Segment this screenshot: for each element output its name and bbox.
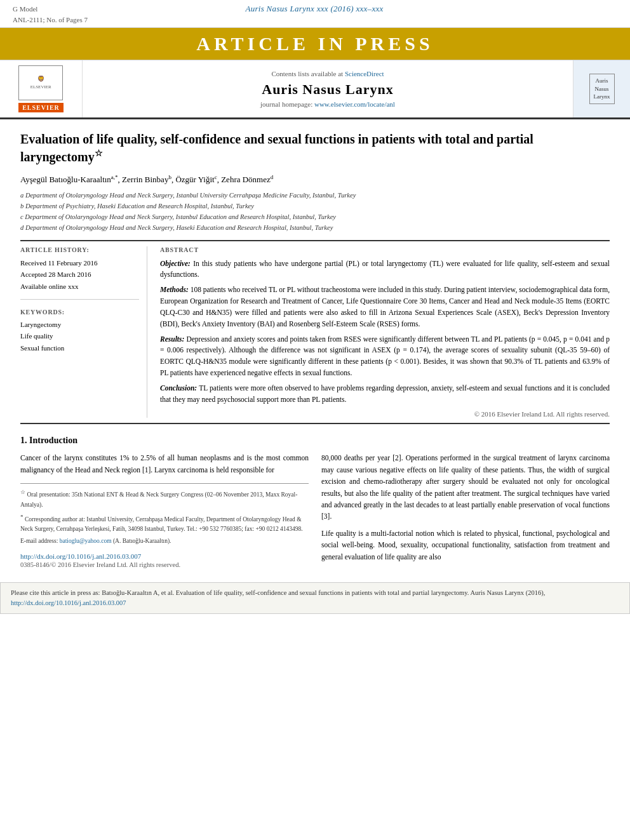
logo-line-1: Auris — [594, 77, 610, 85]
aip-banner: ARTICLE IN PRESS — [0, 28, 630, 60]
methods-text: 108 patients who received TL or PL witho… — [160, 286, 610, 327]
intro-two-col: Cancer of the larynx constitutes 1% to 2… — [20, 452, 610, 568]
email-name: (A. Batıoğlu-Karaaltın). — [113, 538, 171, 544]
email-link[interactable]: batioglu@yahoo.com — [60, 538, 112, 544]
journal-link[interactable]: Auris Nasus Larynx xxx (2016) xxx–xxx — [245, 4, 383, 14]
intro-col1-p1: Cancer of the larynx constitutes 1% to 2… — [20, 452, 309, 476]
keywords-label: Keywords: — [20, 309, 139, 316]
elsevier-brand: ELSEVIER — [18, 103, 64, 112]
abstract-conclusion: Conclusion: TL patients were more often … — [160, 383, 610, 406]
corresponding-note-text: Corresponding author at: Istanbul Univer… — [20, 516, 303, 532]
page: G Model ANL-2111; No. of Pages 7 Auris N… — [0, 0, 630, 840]
journal-homepage-link[interactable]: www.elsevier.com/locate/anl — [314, 100, 395, 108]
author-d-sup: d — [271, 174, 274, 180]
header-left: G Model ANL-2111; No. of Pages 7 — [13, 4, 88, 25]
journal-link-text: Auris Nasus Larynx xxx (2016) xxx–xxx — [245, 4, 383, 13]
keyword-2: Life quality — [20, 330, 139, 342]
author-d: , Zehra Dönmez — [217, 175, 271, 184]
accepted-date: Accepted 28 March 2016 — [20, 269, 139, 281]
footnote-star: ☆ Oral presentation: 35th National ENT &… — [20, 488, 309, 510]
intro-col-right: 80,000 deaths per year [2]. Operations p… — [321, 452, 610, 568]
keyword-3: Sexual function — [20, 342, 139, 354]
issn-line: 0385-8146/© 2016 Elsevier Ireland Ltd. A… — [20, 561, 309, 568]
intro-col1-p1-text: Cancer of the larynx constitutes 1% to 2… — [20, 454, 309, 473]
conclusion-text: TL patients were more often observed to … — [160, 384, 610, 403]
objective-text: In this study patients who have undergon… — [160, 260, 610, 279]
article-title: Evaluation of life quality, self-confide… — [20, 131, 610, 166]
journal-code-label: ANL-2111; No. of Pages 7 — [13, 16, 88, 23]
author-a: Ayşegül Batıoğlu-Karaaltın — [20, 175, 111, 184]
available-date: Available online xxx — [20, 281, 139, 293]
main-content: Evaluation of life quality, self-confide… — [0, 119, 630, 576]
journal-title: Auris Nasus Larynx — [262, 81, 393, 98]
citation-text: Please cite this article in press as: Ba… — [11, 589, 545, 596]
abstract-text: Objective: In this study patients who ha… — [160, 258, 610, 406]
doi-section: http://dx.doi.org/10.1016/j.anl.2016.03.… — [20, 552, 309, 560]
article-history: Article history: Received 11 February 20… — [20, 246, 139, 293]
intro-col2-p1-text: 80,000 deaths per year [2]. Operations p… — [321, 454, 610, 520]
citation-bar: Please cite this article in press as: Ba… — [0, 582, 630, 614]
elsevier-logo-block: 🦁ELSEVIER ELSEVIER — [0, 60, 83, 117]
citation-doi-link[interactable]: http://dx.doi.org/10.1016/j.anl.2016.03.… — [11, 599, 126, 606]
email-label: E-mail address: — [20, 538, 58, 544]
logo-line-2: Nasus — [594, 85, 610, 93]
intro-col2-p2-text: Life quality is a multi-factorial notion… — [321, 530, 610, 561]
journal-homepage: journal homepage: www.elsevier.com/locat… — [260, 100, 395, 108]
aip-label: ARTICLE IN PRESS — [196, 33, 433, 54]
sciencedirect-line: Contents lists available at ScienceDirec… — [271, 70, 384, 77]
authors-line: Ayşegül Batıoğlu-Karaaltına,*, Zerrin Bi… — [20, 173, 610, 186]
affil-d: d Department of Otolaryngology Head and … — [20, 223, 610, 234]
right-logo-box: Auris Nasus Larynx — [589, 74, 615, 104]
affiliations: a Department of Otolaryngology Head and … — [20, 190, 610, 233]
intro-col-left: Cancer of the larynx constitutes 1% to 2… — [20, 452, 309, 568]
footnote-corresponding: * Corresponding author at: Istanbul Univ… — [20, 512, 309, 535]
star-note-text: Oral presentation: 35th National ENT & H… — [20, 491, 297, 507]
journal-header: 🦁ELSEVIER ELSEVIER Contents lists availa… — [0, 60, 630, 119]
article-info-abstract: Article history: Received 11 February 20… — [20, 246, 610, 418]
doi-link[interactable]: http://dx.doi.org/10.1016/j.anl.2016.03.… — [20, 552, 141, 560]
title-star: ☆ — [95, 149, 103, 158]
results-label: Results: — [160, 335, 184, 343]
sciencedirect-link[interactable]: ScienceDirect — [345, 70, 384, 77]
logo-line-3: Larynx — [594, 93, 610, 101]
affil-c: c Department of Otolaryngology Head and … — [20, 212, 610, 223]
results-text: Depression and anxiety scores and points… — [160, 335, 610, 377]
abstract-col: Abstract Objective: In this study patien… — [160, 246, 610, 418]
objective-label: Objective: — [160, 260, 191, 267]
footnote-email: E-mail address: batioglu@yahoo.com (A. B… — [20, 537, 309, 546]
keyword-1: Laryngectomy — [20, 319, 139, 331]
received-date: Received 11 February 2016 — [20, 257, 139, 269]
thick-rule — [20, 240, 610, 241]
g-model-label: G Model — [13, 5, 37, 13]
article-info-col: Article history: Received 11 February 20… — [20, 246, 147, 418]
affil-a: a Department of Otolaryngology Head and … — [20, 190, 610, 201]
conclusion-label: Conclusion: — [160, 384, 197, 392]
journal-center: Contents lists available at ScienceDirec… — [83, 60, 573, 117]
abstract-methods: Methods: 108 patients who received TL or… — [160, 284, 610, 330]
abstract-results: Results: Depression and anxiety scores a… — [160, 334, 610, 379]
methods-label: Methods: — [160, 286, 189, 293]
abstract-section: Abstract Objective: In this study patien… — [160, 246, 610, 418]
title-text: Evaluation of life quality, self-confide… — [20, 132, 533, 164]
header-bar: G Model ANL-2111; No. of Pages 7 Auris N… — [0, 0, 630, 28]
copyright-line: © 2016 Elsevier Ireland Ltd. All rights … — [160, 410, 610, 418]
journal-logo-right: Auris Nasus Larynx — [573, 60, 630, 117]
author-b: , Zerrin Binbay — [118, 175, 169, 184]
info-rule — [20, 299, 139, 300]
intro-heading: 1. Introduction — [20, 436, 610, 446]
abstract-objective: Objective: In this study patients who ha… — [160, 258, 610, 281]
section-divider — [20, 423, 610, 424]
intro-col2-p1: 80,000 deaths per year [2]. Operations p… — [321, 452, 610, 522]
abstract-label: Abstract — [160, 246, 610, 253]
author-c: , Özgür Yiğit — [171, 175, 215, 184]
author-a-sup: a,* — [111, 174, 118, 180]
elsevier-placeholder-image: 🦁ELSEVIER — [30, 76, 51, 90]
article-history-label: Article history: — [20, 246, 139, 253]
affil-b: b Department of Psychiatry, Haseki Educa… — [20, 201, 610, 212]
keywords-section: Keywords: Laryngectomy Life quality Sexu… — [20, 309, 139, 354]
footnotes: ☆ Oral presentation: 35th National ENT &… — [20, 483, 309, 546]
introduction-section: 1. Introduction Cancer of the larynx con… — [20, 436, 610, 568]
intro-col2-p2: Life quality is a multi-factorial notion… — [321, 528, 610, 563]
